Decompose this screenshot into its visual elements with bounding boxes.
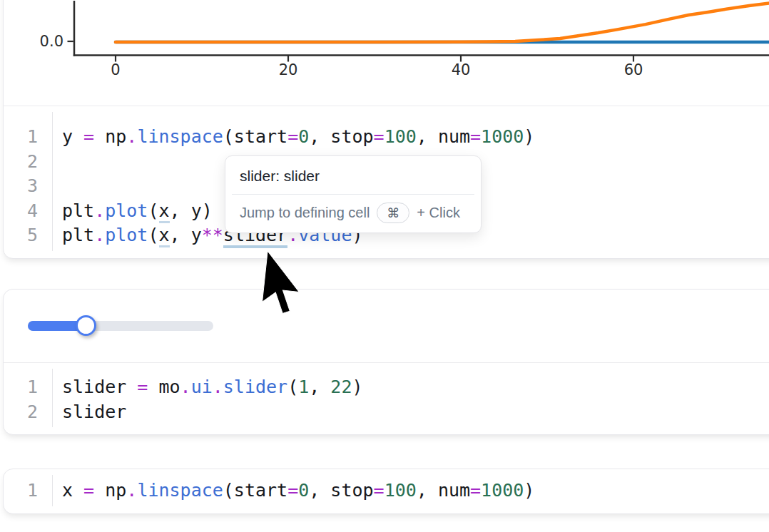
line-number: 5: [4, 223, 38, 248]
gutter-divider: [52, 369, 53, 427]
code-token: plot: [105, 225, 148, 245]
slider-output: [4, 290, 769, 362]
code-text: slider: [38, 400, 126, 425]
code-token: 1: [298, 377, 309, 397]
code-token: =: [83, 480, 94, 501]
cell-slider: 1slider = mo.ui.slider(1, 22)2slider: [3, 289, 769, 435]
plot-line: [116, 3, 769, 42]
code-token: plt: [62, 225, 94, 245]
code-token-ref[interactable]: x: [159, 225, 170, 247]
x-tick-label: 60: [624, 61, 643, 78]
tooltip-action-row[interactable]: Jump to defining cell ⌘ + Click: [225, 195, 481, 232]
code-token: linspace: [137, 126, 223, 147]
code-token: **: [202, 225, 223, 245]
x-tick-label: 40: [452, 61, 471, 78]
code-token: 100: [385, 126, 417, 147]
code-line[interactable]: 2slider: [4, 400, 769, 425]
code-token: =: [470, 126, 481, 147]
code-token: linspace: [137, 480, 223, 501]
cell-c-editor[interactable]: 1x = np.linspace(start=0, stop=100, num=…: [4, 469, 769, 513]
code-token-ref[interactable]: x: [159, 200, 170, 223]
code-token: (start: [223, 126, 287, 147]
line-number: 4: [4, 199, 38, 224]
cell-x-definition: 1x = np.linspace(start=0, stop=100, num=…: [3, 469, 769, 514]
code-token: slider: [62, 377, 137, 397]
code-line[interactable]: 1slider = mo.ui.slider(1, 22): [4, 375, 769, 400]
code-token: 22: [330, 377, 352, 397]
code-text: plt.plot(x, y): [38, 199, 213, 224]
plot-series: [116, 3, 769, 42]
code-token: 0: [298, 480, 309, 501]
code-token: 1000: [481, 126, 524, 147]
code-token: 100: [385, 480, 417, 501]
code-token: .: [213, 377, 223, 397]
x-tick-label: 20: [279, 61, 298, 78]
slider-track[interactable]: [28, 321, 213, 331]
code-token: , num: [417, 480, 470, 501]
gutter-divider: [52, 112, 53, 251]
code-token: =: [470, 480, 481, 501]
code-token: ,: [309, 377, 330, 397]
code-token: slider: [223, 377, 287, 397]
plot-output: 0.00204060: [0, 1, 769, 110]
code-token: .: [126, 126, 137, 147]
code-token: (: [148, 200, 158, 221]
line-number: 1: [4, 125, 38, 150]
code-token: ui: [191, 377, 213, 397]
code-token: 1000: [481, 480, 524, 501]
code-text: [38, 174, 62, 199]
code-token: , y: [170, 225, 202, 245]
tooltip-title: slider: slider: [225, 156, 481, 194]
code-token: , stop: [309, 480, 373, 501]
code-text: y = np.linspace(start=0, stop=100, num=1…: [38, 125, 534, 150]
y-tick-label: 0.0: [40, 33, 63, 50]
code-token: (: [148, 225, 158, 245]
line-number: 1: [4, 479, 38, 503]
code-token: ): [524, 480, 534, 501]
code-token: , y): [170, 200, 213, 221]
x-tick-label: 0: [111, 61, 120, 78]
gutter-divider: [52, 475, 53, 506]
code-text: slider = mo.ui.slider(1, 22): [38, 375, 363, 400]
line-number: 2: [4, 400, 38, 425]
mouse-cursor-icon: [260, 250, 304, 316]
code-token: y: [62, 126, 83, 147]
code-line[interactable]: 1x = np.linspace(start=0, stop=100, num=…: [4, 479, 769, 503]
code-token: np: [94, 480, 126, 501]
command-key-badge: ⌘: [377, 203, 409, 223]
code-token: (: [287, 377, 298, 397]
code-token: ): [352, 377, 362, 397]
slider-thumb[interactable]: [76, 315, 96, 336]
code-token: (start: [223, 480, 287, 501]
code-token: =: [287, 480, 298, 501]
code-token: 0: [298, 126, 309, 147]
tooltip-action-label: Jump to defining cell: [240, 205, 370, 221]
code-token: x: [62, 480, 83, 501]
variable-tooltip: slider: slider Jump to defining cell ⌘ +…: [225, 155, 482, 233]
line-number: 2: [4, 150, 38, 175]
code-token: slider: [62, 401, 126, 422]
code-token: plt: [62, 200, 94, 221]
code-token: mo: [148, 377, 180, 397]
code-token: =: [374, 126, 385, 147]
plot-axes: 0.00204060: [40, 1, 769, 78]
code-line[interactable]: 1y = np.linspace(start=0, stop=100, num=…: [4, 125, 769, 150]
code-token: .: [126, 480, 137, 501]
cell-c-code: 1x = np.linspace(start=0, stop=100, num=…: [4, 479, 769, 503]
code-token: plot: [105, 200, 148, 221]
code-text: [38, 150, 62, 175]
cell-b-code: 1slider = mo.ui.slider(1, 22)2slider: [4, 375, 769, 424]
command-key-icon: ⌘: [387, 205, 399, 221]
code-token: np: [94, 126, 126, 147]
code-token: =: [287, 126, 298, 147]
line-number: 1: [4, 375, 38, 400]
cell-b-editor[interactable]: 1slider = mo.ui.slider(1, 22)2slider: [4, 363, 769, 434]
code-token: =: [374, 480, 385, 501]
code-token: .: [94, 200, 105, 221]
marimo-notebook: 0.00204060 1y = np.linspace(start=0, sto…: [0, 0, 769, 532]
code-token: , stop: [309, 126, 373, 147]
line-number: 3: [4, 174, 38, 199]
code-token: ): [524, 126, 534, 147]
code-token: =: [137, 377, 148, 397]
tooltip-action-suffix: + Click: [417, 205, 460, 221]
